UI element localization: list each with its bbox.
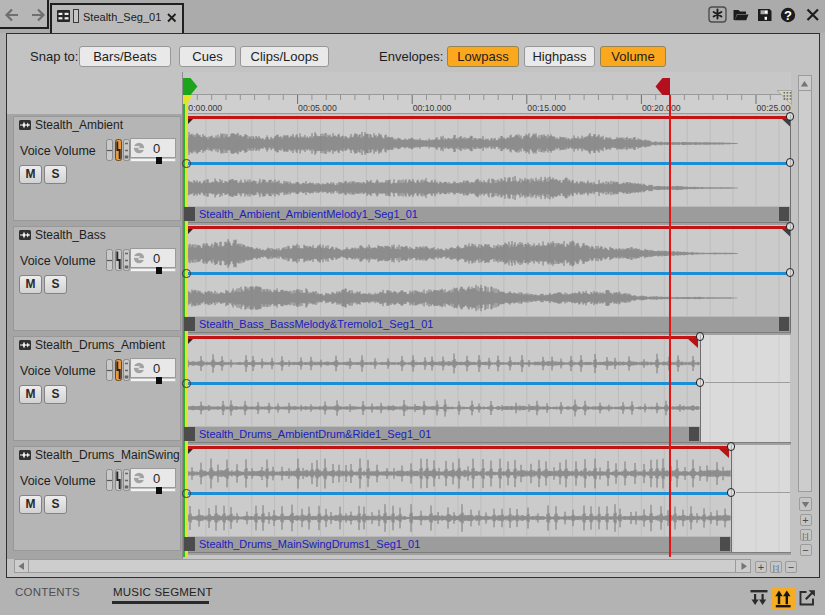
svg-text:?: ? <box>784 8 792 23</box>
